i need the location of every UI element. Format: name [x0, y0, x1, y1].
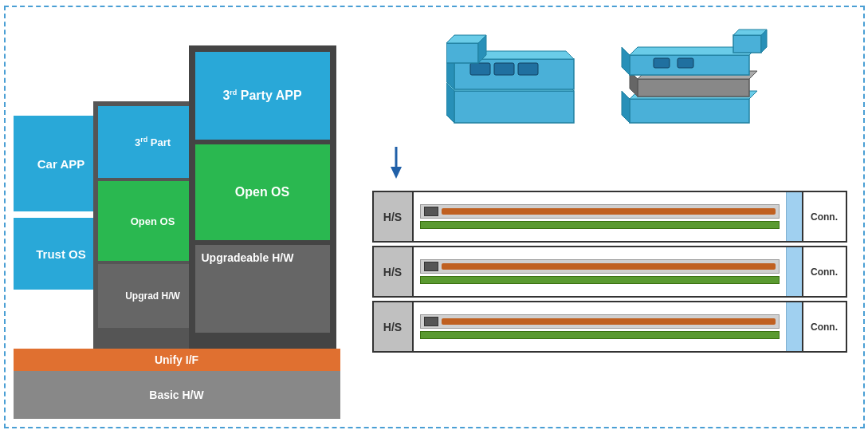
- server-stack: H/S Conn. H/S: [364, 191, 855, 353]
- layer3: 3rd Party APP Open OS Upgradeable H/W: [189, 45, 336, 349]
- open-os-large-block: Open OS: [195, 144, 330, 240]
- car-app-label: Car APP: [37, 157, 84, 171]
- svg-rect-7: [494, 63, 514, 75]
- side-blue-1: [786, 192, 802, 241]
- drive-connector-icon: [424, 207, 438, 216]
- right-top-area: [364, 23, 855, 135]
- svg-rect-21: [654, 58, 670, 68]
- upgradeable-large-block: Upgradeable H/W: [195, 245, 330, 333]
- svg-rect-22: [678, 58, 693, 68]
- green-board-3: [420, 331, 780, 339]
- hardware-3d-right: [614, 27, 773, 131]
- basic-hw-label: Basic H/W: [149, 389, 203, 401]
- conn-label-1: Conn.: [802, 192, 846, 241]
- drive-unit-2: [420, 259, 780, 274]
- svg-rect-15: [638, 79, 749, 97]
- unify-if-label: Unify I/F: [155, 353, 198, 366]
- drive-bar: [442, 263, 776, 270]
- svg-marker-14: [622, 91, 630, 123]
- svg-rect-6: [470, 63, 490, 75]
- side-blue-2: [786, 247, 802, 296]
- drive-unit-3: [420, 314, 780, 329]
- hs-label-3: H/S: [374, 302, 414, 351]
- bottom-rows: Unify I/F Basic H/W: [14, 349, 340, 419]
- svg-rect-12: [630, 99, 749, 123]
- basic-hw-block: Basic H/W: [14, 371, 340, 419]
- hs-label-1: H/S: [374, 192, 414, 241]
- upgradeable-large-label: Upgradeable H/W: [202, 251, 294, 264]
- table-row: H/S Conn.: [372, 191, 847, 243]
- open-os-large-label: Open OS: [235, 185, 289, 199]
- server-inner-3: [414, 302, 786, 351]
- drive-bar: [442, 208, 776, 215]
- third-party-small-label: 3rd Part: [135, 136, 171, 148]
- left-panel: Car APP Trust OS 3rd Part Open OS Upgrad…: [14, 15, 356, 419]
- svg-marker-27: [391, 167, 402, 179]
- third-party-large-label: 3rd Party APP: [222, 89, 301, 103]
- stack-wrapper: Car APP Trust OS 3rd Part Open OS Upgrad…: [14, 20, 356, 419]
- server-inner-2: [414, 247, 786, 296]
- main-container: Car APP Trust OS 3rd Part Open OS Upgrad…: [4, 6, 865, 428]
- svg-rect-0: [454, 91, 574, 123]
- unify-if-block: Unify I/F: [14, 349, 340, 371]
- hardware-3d-left: [446, 27, 590, 131]
- drive-bar: [442, 318, 776, 325]
- hs-label-2: H/S: [374, 247, 414, 296]
- arrow-container: [364, 143, 855, 183]
- green-board-2: [420, 276, 780, 284]
- table-row: H/S Conn.: [372, 301, 847, 353]
- open-os-small-label: Open OS: [131, 215, 175, 227]
- drive-connector-icon: [424, 317, 438, 326]
- upgradeable-small-label: Upgrad H/W: [125, 290, 180, 302]
- third-party-large-block: 3rd Party APP: [195, 52, 330, 140]
- table-row: H/S Conn.: [372, 246, 847, 298]
- drive-unit-1: [420, 204, 780, 219]
- server-inner-1: [414, 192, 786, 241]
- svg-rect-9: [446, 43, 478, 63]
- right-panel: H/S Conn. H/S: [364, 15, 855, 419]
- green-board-1: [420, 221, 780, 229]
- arrow-down-icon: [388, 143, 436, 183]
- conn-label-2: Conn.: [802, 247, 846, 296]
- svg-rect-8: [518, 63, 538, 75]
- side-blue-3: [786, 302, 802, 351]
- trust-os-label: Trust OS: [36, 247, 86, 261]
- svg-marker-20: [622, 47, 630, 75]
- drive-connector-icon: [424, 262, 438, 271]
- conn-label-3: Conn.: [802, 302, 846, 351]
- svg-rect-23: [733, 35, 761, 53]
